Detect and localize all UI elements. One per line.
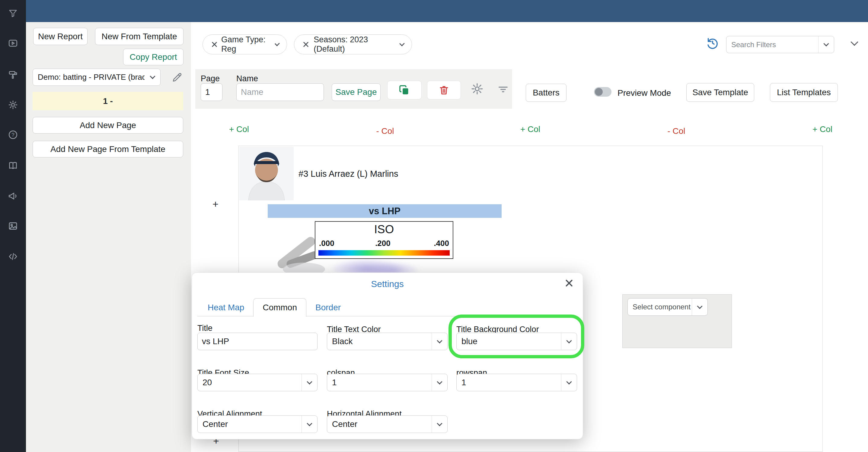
player-title: #3 Luis Arraez (L) Marlins	[299, 169, 398, 179]
chevron-down-icon	[399, 41, 405, 46]
legend-tick: .400	[434, 239, 449, 248]
chevron-down-icon	[432, 416, 447, 433]
chevron-down-icon	[561, 374, 577, 391]
filter-icon[interactable]	[8, 8, 18, 19]
trash-icon	[438, 84, 450, 96]
title-font-size-select[interactable]: 20	[197, 374, 317, 391]
report-select[interactable]: Demo: batting - PRIVATE (brad...	[33, 68, 161, 86]
iso-legend: ISO .000 .200 .400	[315, 221, 453, 259]
remove-column-button[interactable]: - Col	[667, 126, 685, 136]
top-bar	[26, 0, 868, 22]
title-field-label: Title	[197, 323, 213, 333]
delete-page-button[interactable]	[427, 81, 461, 100]
filter-chip-label: Seasons: 2023 (Default)	[314, 35, 395, 54]
add-column-button[interactable]: + Col	[229, 124, 249, 134]
title-text-color-select[interactable]: Black	[327, 333, 447, 350]
title-font-size-value: 20	[198, 374, 302, 391]
batters-button[interactable]: Batters	[526, 84, 566, 102]
section-header[interactable]: vs LHP	[268, 204, 502, 218]
chevron-down-icon	[302, 374, 317, 391]
search-filters-placeholder: Search Filters	[726, 36, 818, 53]
component-picker-box: Select component	[622, 294, 732, 348]
legend-title: ISO	[315, 223, 453, 236]
vertical-alignment-select[interactable]: Center	[197, 416, 317, 433]
remove-filter-icon[interactable]	[302, 41, 309, 48]
remove-column-button[interactable]: - Col	[376, 126, 394, 136]
add-column-button[interactable]: + Col	[812, 124, 832, 134]
tab-heat-map[interactable]: Heat Map	[198, 299, 253, 317]
filter-chip-label: Game Type: Reg	[221, 35, 270, 54]
add-column-button[interactable]: + Col	[520, 124, 540, 134]
video-icon[interactable]	[8, 38, 18, 48]
collapse-filters-chevron-icon[interactable]	[850, 38, 858, 46]
add-new-page-from-template-button[interactable]: Add New Page From Template	[33, 141, 183, 158]
chevron-down-icon	[302, 416, 317, 433]
page-number-input[interactable]	[201, 83, 222, 101]
page-row[interactable]: 1 -	[33, 92, 183, 110]
report-select-value: Demo: batting - PRIVATE (brad...	[33, 69, 145, 85]
copy-report-button[interactable]: Copy Report	[123, 49, 184, 65]
copy-icon	[398, 84, 410, 96]
page-name-input[interactable]	[236, 83, 324, 101]
horizontal-alignment-value: Center	[327, 416, 432, 433]
filter-chip-game-type[interactable]: Game Type: Reg	[203, 34, 287, 54]
help-icon[interactable]: ?	[8, 130, 18, 140]
rowspan-select[interactable]: 1	[456, 374, 577, 391]
book-icon[interactable]	[8, 161, 18, 171]
gear-icon[interactable]	[8, 100, 18, 110]
legend-tick: .200	[375, 239, 391, 248]
chevron-down-icon	[432, 333, 447, 350]
player-photo	[239, 146, 294, 200]
page-toolbar: Page Name Save Page	[195, 69, 512, 109]
title-input[interactable]	[197, 333, 317, 350]
toggle-knob	[595, 88, 603, 96]
close-icon[interactable]	[564, 278, 574, 288]
list-templates-button[interactable]: List Templates	[770, 83, 838, 102]
paint-roller-icon[interactable]	[8, 70, 18, 80]
title-background-color-value: blue	[457, 333, 561, 350]
icon-sidebar: ?	[0, 0, 26, 452]
report-panel: New Report New From Template Copy Report…	[26, 22, 191, 452]
filter-chip-seasons[interactable]: Seasons: 2023 (Default)	[294, 34, 412, 54]
add-cell-button[interactable]: +	[213, 198, 218, 210]
filter-history-icon[interactable]	[706, 36, 719, 50]
title-text-color-value: Black	[327, 333, 432, 350]
tab-common[interactable]: Common	[253, 298, 306, 317]
megaphone-icon[interactable]	[8, 191, 18, 201]
remove-filter-icon[interactable]	[211, 41, 216, 48]
name-label: Name	[236, 74, 258, 83]
chevron-down-icon	[432, 374, 447, 391]
add-new-page-button[interactable]: Add New Page	[33, 117, 183, 134]
save-template-button[interactable]: Save Template	[686, 83, 754, 102]
colspan-value: 1	[327, 374, 432, 391]
colspan-select[interactable]: 1	[327, 374, 447, 391]
new-from-template-button[interactable]: New From Template	[95, 28, 184, 45]
chevron-down-icon	[145, 69, 160, 85]
vertical-alignment-value: Center	[198, 416, 302, 433]
save-page-button[interactable]: Save Page	[332, 83, 380, 101]
edit-pencil-icon[interactable]	[172, 72, 183, 83]
chevron-down-icon	[818, 36, 834, 53]
svg-text:?: ?	[11, 132, 14, 138]
page-settings-gear-icon[interactable]	[470, 82, 484, 95]
image-icon[interactable]	[8, 221, 18, 231]
chevron-down-icon	[561, 333, 577, 350]
title-background-color-select[interactable]: blue	[456, 333, 577, 350]
component-select-value: Select component	[628, 299, 692, 315]
tab-border[interactable]: Border	[306, 299, 350, 317]
new-report-button[interactable]: New Report	[33, 28, 88, 45]
horizontal-alignment-select[interactable]: Center	[327, 416, 447, 433]
duplicate-page-button[interactable]	[387, 81, 422, 100]
legend-tick: .000	[319, 239, 334, 248]
filter-list-icon[interactable]	[497, 83, 509, 95]
preview-mode-toggle[interactable]	[594, 87, 612, 97]
search-filters-select[interactable]: Search Filters	[726, 36, 834, 53]
chevron-down-icon	[275, 41, 280, 46]
page-label: Page	[201, 74, 220, 83]
preview-mode-label: Preview Mode	[618, 88, 671, 98]
code-icon[interactable]	[8, 251, 18, 262]
settings-modal: Settings Heat Map Common Border Title Ti…	[192, 273, 583, 439]
component-select[interactable]: Select component	[627, 298, 708, 316]
legend-gradient-bar	[318, 250, 450, 256]
chevron-down-icon	[692, 299, 707, 315]
